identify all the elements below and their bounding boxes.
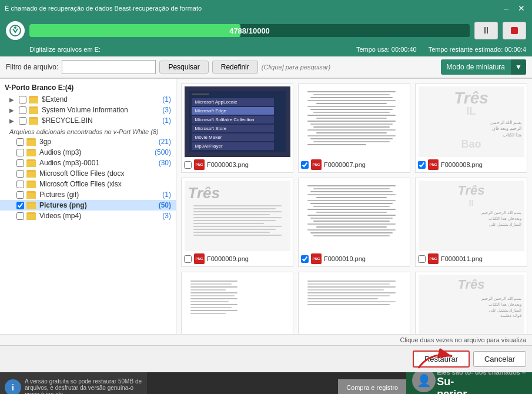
thumb-img-F0000009: Três — [185, 181, 290, 251]
sidebar-item-3gp[interactable]: 3gp (21) — [0, 136, 176, 147]
svg-rect-39 — [310, 203, 393, 204]
thumb-F0000013[interactable]: PNG F0000013.png — [298, 272, 410, 334]
filename-F0000011: F0000011.png — [441, 255, 483, 262]
checkbox-gif[interactable] — [16, 191, 24, 199]
thumb-F0000012[interactable]: PNG F0000012.png — [181, 272, 293, 334]
view-mode-label: Modo de miniatura — [441, 63, 511, 71]
folder-icon-xlsx — [26, 181, 36, 188]
filter-input[interactable] — [62, 60, 156, 74]
svg-rect-13 — [307, 121, 396, 122]
svg-rect-33 — [307, 185, 396, 186]
checkbox-mp4[interactable] — [16, 212, 24, 220]
thumb-img-F0000007 — [302, 86, 407, 157]
folder-icon-recyclebin — [29, 117, 38, 125]
progress-area: 4788/10000 ⏸ — [0, 16, 532, 45]
footer-info-text: A versão gratuita só pode restaurar 50MB… — [25, 378, 142, 395]
sidebar-item-mp3-0001[interactable]: Audios (mp3)-0001 (30) — [0, 158, 176, 168]
svg-rect-47 — [316, 226, 387, 228]
item-label-png: Pictures (png) — [39, 201, 156, 209]
cancel-button[interactable]: Cancelar — [473, 351, 526, 367]
thumb-F0000010[interactable]: PNG F0000010.png — [298, 178, 410, 267]
file-icon-F0000007: PNG — [311, 159, 322, 170]
svg-rect-46 — [307, 223, 396, 225]
svg-rect-9 — [310, 109, 393, 110]
scan-info-row: Digitalize arquivos em E: Tempo usa: 00:… — [0, 45, 532, 56]
sidebar-item-gif[interactable]: Pictures (gif) (1) — [0, 189, 176, 200]
filename-F0000008: F0000008.png — [441, 161, 483, 168]
buy-register-button[interactable]: Compra e registro — [338, 379, 406, 394]
scan-label: Digitalize arquivos em E: — [29, 46, 344, 53]
thumb-row-F0000010: PNG F0000010.png — [301, 253, 407, 264]
svg-rect-18 — [307, 135, 396, 136]
reset-button[interactable]: Redefinir — [212, 61, 258, 74]
checkbox-extend[interactable] — [19, 96, 26, 103]
sidebar-item-mp4[interactable]: Videos (mp4) (3) — [0, 211, 176, 221]
minimize-button[interactable]: – — [501, 4, 511, 13]
svg-rect-64 — [307, 283, 390, 285]
search-button[interactable]: Pesquisar — [159, 61, 208, 74]
svg-rect-22 — [193, 205, 282, 206]
checkbox-mp3-0001[interactable] — [16, 159, 24, 167]
thumb-F0000003[interactable]: Microsoft AppLocale Microsoft Edge Micro… — [181, 84, 293, 173]
item-count-3gp: (21) — [159, 138, 171, 146]
select-F0000003[interactable] — [184, 161, 192, 169]
svg-rect-58 — [190, 301, 229, 302]
thumb-F0000014[interactable]: Três بسم الله الرحمن الرحيم وبعد فان هذا… — [415, 272, 527, 334]
sidebar-item-docx[interactable]: Microsoft Office Files (docx — [0, 168, 176, 179]
checkbox-recyclebin[interactable] — [19, 117, 26, 125]
svg-rect-8 — [307, 106, 396, 107]
svg-rect-49 — [310, 232, 393, 233]
thumb-F0000009[interactable]: Três — [181, 178, 293, 267]
time-remaining: Tempo restante estimado: 00:00:4 — [429, 46, 526, 53]
item-count-recyclebin: (1) — [162, 116, 171, 125]
item-label-sysvolinfo: System Volume Information — [42, 106, 160, 114]
checkbox-docx[interactable] — [16, 170, 24, 178]
window-controls: – ✕ — [501, 4, 527, 13]
sidebar-item-sysvolinfo[interactable]: ▶ System Volume Information (3) — [0, 105, 176, 115]
sidebar-item-extend[interactable]: ▶ $Extend (1) — [0, 94, 176, 105]
checkbox-3gp[interactable] — [16, 138, 24, 146]
checkbox-sysvolinfo[interactable] — [19, 106, 26, 114]
menu-item-1: Microsoft AppLocale — [192, 98, 274, 106]
thumb-row-F0000009: PNG F0000009.png — [184, 253, 290, 264]
thumb-F0000011[interactable]: Três II بسم الله الرحمن الرحيم وبعد فان … — [415, 178, 527, 267]
checkbox-mp3[interactable] — [16, 149, 24, 156]
view-mode-dropdown[interactable]: Modo de miniatura ▼ — [441, 59, 526, 75]
sidebar-item-mp3[interactable]: Audios (mp3) (500) — [0, 147, 176, 158]
svg-rect-2 — [511, 27, 518, 34]
svg-rect-50 — [313, 235, 390, 236]
checkbox-xlsx[interactable] — [16, 181, 24, 188]
svg-rect-55 — [190, 292, 237, 293]
app-logo — [6, 21, 25, 40]
select-F0000009[interactable] — [184, 255, 192, 263]
sidebar-item-recyclebin[interactable]: ▶ $RECYCLE.BIN (1) — [0, 115, 176, 126]
file-icon-F0000003: PNG — [194, 159, 205, 170]
additional-files-label: Arquivos adicionais encontrados no v-Por… — [0, 126, 176, 136]
item-label-3gp: 3gp — [39, 138, 156, 146]
select-F0000011[interactable] — [418, 255, 426, 263]
sidebar-item-png[interactable]: Pictures (png) (50) — [0, 200, 176, 211]
menu-item-5: Movie Maker — [192, 133, 274, 141]
thumb-F0000008[interactable]: Três IL بسم الله الرحمن الرحيم وبعد فان … — [415, 84, 527, 173]
svg-rect-36 — [307, 194, 396, 195]
expand-arrow-sysvolinfo: ▶ — [9, 107, 16, 113]
select-F0000008[interactable] — [418, 161, 426, 169]
sidebar-item-xlsx[interactable]: Microsoft Office Files (xlsx — [0, 179, 176, 189]
file-icon-F0000011: PNG — [428, 253, 439, 264]
folder-icon-3gp — [26, 138, 36, 146]
select-F0000007[interactable] — [301, 161, 309, 169]
svg-rect-60 — [190, 307, 232, 308]
svg-rect-32 — [193, 235, 282, 236]
thumb-F0000007[interactable]: PNG F0000007.png — [298, 84, 410, 173]
checkbox-png[interactable] — [16, 202, 24, 209]
pause-button[interactable]: ⏸ — [474, 22, 498, 39]
filter-row: Filtro de arquivo: Pesquisar Redefinir (… — [0, 56, 532, 78]
select-F0000010[interactable] — [301, 255, 309, 263]
view-dropdown-arrow[interactable]: ▼ — [511, 59, 526, 75]
stop-button[interactable] — [503, 22, 526, 39]
svg-rect-43 — [307, 215, 396, 216]
svg-rect-65 — [307, 286, 396, 288]
folder-icon-mp3-0001 — [26, 159, 36, 167]
thumbnail-grid: Microsoft AppLocale Microsoft Edge Micro… — [181, 84, 527, 334]
close-button[interactable]: ✕ — [516, 4, 527, 13]
